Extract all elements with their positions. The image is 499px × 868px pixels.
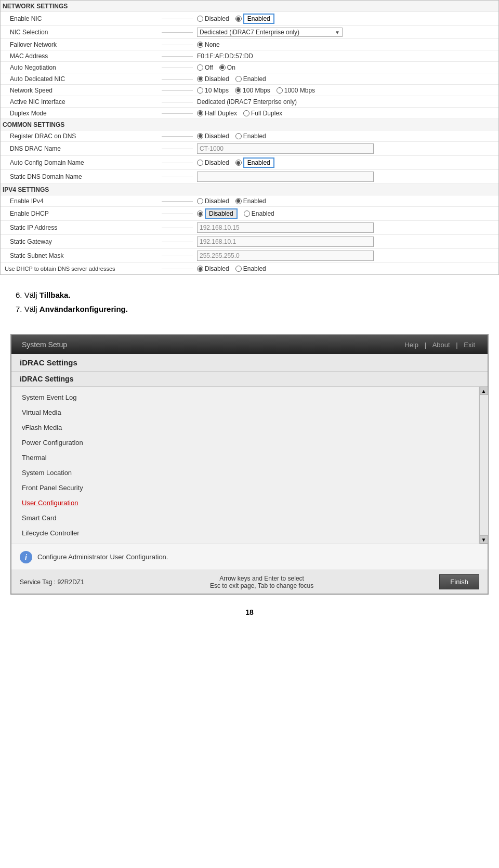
ipv4-disabled-radio[interactable]: Disabled [197, 198, 229, 205]
idrac-scrollbar[interactable]: ▲ ▼ [479, 387, 488, 544]
failover-network-label: Failover Network [1, 39, 193, 50]
common-settings-heading: COMMON SETTINGS [1, 119, 193, 130]
scroll-track [480, 395, 488, 535]
service-tag: Service Tag : 92R2DZ1 [20, 578, 84, 586]
dns-drac-input[interactable] [197, 143, 374, 154]
dns-disabled-radio[interactable]: Disabled [197, 265, 229, 272]
active-nic-label: Active NIC Interface [1, 96, 193, 107]
help-link[interactable]: Help [404, 341, 418, 349]
network-settings-heading: NETWORK SETTINGS [1, 1, 193, 11]
menu-item-system-event-log[interactable]: System Event Log [11, 390, 479, 405]
menu-item-thermal[interactable]: Thermal [11, 450, 479, 465]
network-settings-section: NETWORK SETTINGS Enable NIC Disabled Ena… [0, 0, 499, 275]
nic-selection-dropdown[interactable]: Dedicated (iDRAC7 Enterprise only) ▼ [197, 28, 343, 37]
mac-address-value: F0:1F:AF:DD:57:DD [193, 50, 498, 61]
dhcp-dns-label: Use DHCP to obtain DNS server addresses [1, 263, 193, 274]
nav-sep-2: | [456, 341, 457, 349]
static-dns-domain-input[interactable] [197, 172, 374, 182]
key-hint-1: Arrow keys and Enter to select [84, 575, 439, 582]
nic-selection-label: NIC Selection [1, 26, 193, 38]
domain-disabled-radio[interactable]: Disabled [197, 159, 229, 166]
auto-config-domain-value: Disabled Enabled [193, 156, 498, 169]
scroll-down-button[interactable]: ▼ [480, 535, 488, 544]
dhcp-disabled-radio[interactable]: Disabled [197, 208, 238, 219]
info-icon: i [20, 551, 32, 563]
static-subnet-input[interactable] [197, 251, 374, 261]
register-drac-label: Register DRAC on DNS [1, 130, 193, 141]
menu-item-user-configuration[interactable]: User Configuration [11, 495, 479, 510]
finish-button[interactable]: Finish [439, 574, 479, 589]
menu-item-smart-card[interactable]: Smart Card [11, 510, 479, 525]
header-nav: Help | About | Exit [402, 341, 477, 349]
step-6: 6. Välj Tillbaka. [16, 291, 483, 299]
enable-ipv4-label: Enable IPv4 [1, 195, 193, 206]
enable-ipv4-value: Disabled Enabled [193, 195, 498, 206]
static-ip-input[interactable] [197, 222, 374, 233]
menu-item-system-location[interactable]: System Location [11, 465, 479, 480]
mac-address-label: MAC Address [1, 50, 193, 61]
ipv4-settings-heading: IPV4 SETTINGS [1, 184, 193, 195]
idrac-main-area: System Event Log Virtual Media vFlash Me… [11, 387, 488, 544]
domain-enabled-radio[interactable]: Enabled [235, 157, 274, 168]
dns-enabled-radio[interactable]: Enabled [235, 265, 266, 272]
speed-10-radio[interactable]: 10 Mbps [197, 87, 229, 94]
idrac-menu-list: System Event Log Virtual Media vFlash Me… [11, 387, 479, 544]
info-text: Configure Administrator User Configurati… [37, 553, 168, 561]
nav-sep-1: | [425, 341, 426, 349]
static-subnet-value [193, 249, 498, 262]
dhcp-enabled-radio[interactable]: Enabled [244, 210, 274, 217]
network-speed-value: 10 Mbps 100 Mbps 1000 Mbps [193, 85, 498, 96]
system-setup-title: System Setup [22, 340, 67, 349]
dedicated-enabled-radio[interactable]: Enabled [235, 75, 266, 83]
full-duplex-radio[interactable]: Full Duplex [243, 110, 282, 117]
idrac-subtitle-bar: iDRAC Settings [11, 372, 488, 387]
exit-link[interactable]: Exit [464, 341, 475, 349]
static-gateway-input[interactable] [197, 236, 374, 247]
disabled-radio[interactable]: Disabled [197, 15, 229, 22]
off-radio[interactable]: Off [197, 64, 213, 71]
footer-key-hints: Arrow keys and Enter to select Esc to ex… [84, 575, 439, 589]
speed-100-radio[interactable]: 100 Mbps [235, 87, 270, 94]
menu-item-virtual-media[interactable]: Virtual Media [11, 405, 479, 420]
reg-enabled-radio[interactable]: Enabled [235, 133, 266, 140]
page-number: 18 [0, 600, 499, 625]
menu-item-vflash-media[interactable]: vFlash Media [11, 420, 479, 435]
auto-negotiation-value: Off On [193, 62, 498, 73]
duplex-mode-value: Half Duplex Full Duplex [193, 108, 498, 119]
idrac-footer: Service Tag : 92R2DZ1 Arrow keys and Ent… [11, 570, 488, 594]
enabled-radio[interactable]: Enabled [235, 14, 274, 24]
network-speed-label: Network Speed [1, 85, 193, 96]
failover-network-value: None [193, 39, 498, 50]
static-gateway-value [193, 235, 498, 248]
enable-nic-value: Disabled Enabled [193, 12, 498, 25]
half-duplex-radio[interactable]: Half Duplex [197, 110, 237, 117]
ipv4-enabled-radio[interactable]: Enabled [235, 198, 266, 205]
enable-dhcp-value: Disabled Enabled [193, 207, 498, 220]
static-ip-value [193, 221, 498, 234]
static-dns-domain-label: Static DNS Domain Name [1, 170, 193, 183]
menu-item-lifecycle-controller[interactable]: Lifecycle Controller [11, 525, 479, 541]
none-radio[interactable]: None [197, 41, 220, 48]
idrac-info-bar: i Configure Administrator User Configura… [11, 544, 488, 570]
static-ip-label: Static IP Address [1, 221, 193, 234]
idrac-content: iDRAC Settings iDRAC Settings System Eve… [11, 354, 488, 570]
register-drac-value: Disabled Enabled [193, 130, 498, 141]
auto-dedicated-nic-label: Auto Dedicated NIC [1, 73, 193, 84]
enable-nic-label: Enable NIC [1, 12, 193, 25]
about-link[interactable]: About [432, 341, 450, 349]
reg-disabled-radio[interactable]: Disabled [197, 133, 229, 140]
idrac-title-bar: iDRAC Settings [11, 354, 488, 372]
menu-item-power-configuration[interactable]: Power Configuration [11, 435, 479, 450]
active-nic-value: Dedicated (iDRAC7 Enterprise only) [193, 96, 498, 107]
on-radio[interactable]: On [219, 64, 235, 71]
scroll-up-button[interactable]: ▲ [480, 387, 488, 395]
dropdown-arrow-icon: ▼ [335, 30, 340, 35]
menu-item-front-panel-security[interactable]: Front Panel Security [11, 480, 479, 495]
auto-config-domain-label: Auto Config Domain Name [1, 156, 193, 169]
dedicated-disabled-radio[interactable]: Disabled [197, 75, 229, 83]
speed-1000-radio[interactable]: 1000 Mbps [277, 87, 315, 94]
duplex-mode-label: Duplex Mode [1, 108, 193, 119]
static-subnet-label: Static Subnet Mask [1, 249, 193, 262]
auto-negotiation-label: Auto Negotiation [1, 62, 193, 73]
dns-drac-name-value [193, 142, 498, 155]
